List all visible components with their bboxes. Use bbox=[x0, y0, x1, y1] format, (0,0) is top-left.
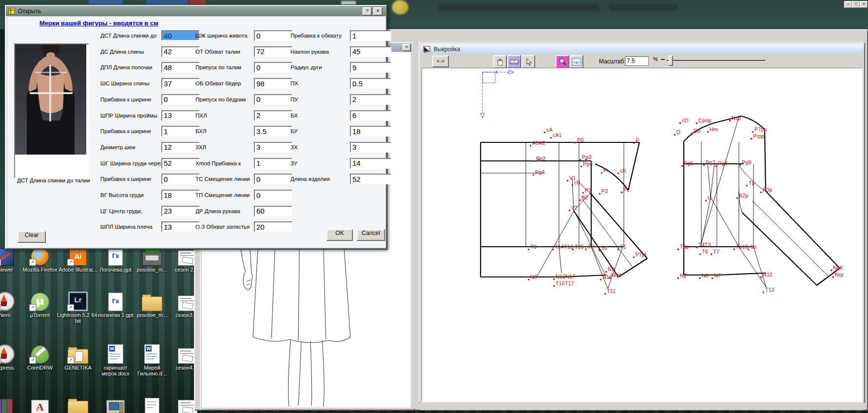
measure-input-c1-r8[interactable] bbox=[254, 158, 292, 169]
measure-input-c2-r4[interactable] bbox=[350, 94, 391, 105]
measure-input-c1-r1[interactable] bbox=[254, 46, 292, 57]
pattern-point bbox=[712, 277, 713, 279]
measure-input-c0-r7[interactable] bbox=[161, 142, 200, 153]
measure-input-c1-r0[interactable] bbox=[254, 30, 292, 41]
measure-input-c0-r6[interactable] bbox=[161, 126, 200, 137]
desktop-icon-autocad[interactable]: A bbox=[29, 396, 51, 413]
measure-input-c2-r7[interactable] bbox=[350, 142, 391, 153]
measure-input-c2-r8[interactable] bbox=[350, 158, 391, 169]
desktop-icon-genetika[interactable]: ➚ bbox=[67, 344, 89, 364]
desktop-icon-μtorrent[interactable]: μ➚ bbox=[29, 292, 51, 311]
measure-input-c0-r5[interactable] bbox=[161, 110, 200, 121]
pattern-label-T7: T7 bbox=[713, 249, 719, 255]
field-label: Диаметр шеи bbox=[100, 144, 135, 150]
desktop-icon-скриншот-мерок-docx[interactable]: W bbox=[105, 344, 126, 364]
measure-input-c1-r4[interactable] bbox=[254, 94, 292, 105]
measure-input-c2-r9[interactable] bbox=[350, 174, 391, 184]
measure-input-c2-r3[interactable] bbox=[350, 78, 391, 89]
background-window-title-blur bbox=[609, 4, 677, 11]
desktop-icon-notepad[interactable] bbox=[141, 396, 163, 413]
measure-input-c0-r12[interactable] bbox=[161, 221, 200, 232]
shortcut-arrow-icon: ➚ bbox=[67, 259, 74, 266]
measure-input-c1-r9[interactable] bbox=[254, 174, 292, 184]
measure-ruler-button[interactable]: 1 bbox=[507, 55, 521, 68]
measure-input-c1-r7[interactable] bbox=[254, 142, 292, 153]
field-label: ДСТ Длина спинки до bbox=[100, 33, 156, 39]
desktop-icon-lightroom-5-2-64-bit[interactable]: Lr➚ bbox=[67, 292, 89, 311]
scale-slider-track[interactable] bbox=[667, 60, 765, 61]
scale-input[interactable] bbox=[625, 56, 649, 66]
pattern-canvas[interactable]: cAcA1A0A2P0PPg2Pg3Pg4Pg4PrcKV1cBP1P3P2B2… bbox=[422, 68, 863, 402]
pattern-point bbox=[752, 131, 753, 133]
desktop-icon-posobie_m-[interactable] bbox=[141, 292, 163, 311]
measure-input-c1-r12[interactable] bbox=[254, 221, 292, 232]
desktop-icon-archive[interactable] bbox=[0, 396, 16, 413]
fit-width-button[interactable]: <-> bbox=[432, 56, 449, 67]
desktop-icon-nero[interactable]: ➚ bbox=[0, 292, 16, 311]
measure-input-c2-r1[interactable] bbox=[350, 46, 391, 57]
measure-input-c1-r10[interactable] bbox=[254, 190, 292, 200]
measure-input-c0-r8[interactable] bbox=[161, 158, 200, 169]
minimize-icon[interactable]: – bbox=[844, 1, 852, 8]
pattern-label-cK: cK bbox=[620, 168, 626, 174]
measure-input-c1-r5[interactable] bbox=[254, 110, 292, 121]
measure-input-c0-r9[interactable] bbox=[161, 174, 200, 184]
pattern-label-T9: T9 bbox=[588, 244, 594, 250]
cancel-button[interactable]: Cancel bbox=[357, 229, 385, 241]
close-icon[interactable]: × bbox=[373, 7, 383, 16]
measure-input-c0-r0[interactable] bbox=[161, 30, 200, 41]
pan-hand-button[interactable] bbox=[493, 55, 507, 68]
pattern-window-titlebar[interactable]: Выкройка bbox=[420, 44, 864, 55]
field-label: ШГ Ширина груди через bbox=[100, 160, 163, 166]
field-label: БХЛ bbox=[195, 128, 207, 134]
pattern-point bbox=[582, 192, 584, 194]
measure-input-c2-r0[interactable] bbox=[350, 30, 391, 41]
pattern-label-Nrp: Nrp bbox=[835, 272, 844, 277]
measure-input-c0-r2[interactable] bbox=[161, 62, 200, 73]
measure-input-c1-r6[interactable] bbox=[254, 126, 292, 137]
measure-input-c0-r3[interactable] bbox=[161, 78, 200, 89]
ok-button[interactable]: OK bbox=[327, 229, 353, 241]
measure-input-c2-r6[interactable] bbox=[350, 126, 391, 137]
field-label: ВГ Высота груди bbox=[100, 192, 144, 198]
desktop-icon-мирей-гильяно-d-[interactable]: W bbox=[141, 344, 163, 364]
measure-input-c1-r2[interactable] bbox=[254, 62, 292, 73]
pane-splitter[interactable] bbox=[414, 42, 419, 409]
maximize-icon[interactable]: □ bbox=[852, 1, 860, 8]
measure-input-c2-r2[interactable] bbox=[350, 62, 391, 73]
measure-input-c1-r3[interactable] bbox=[254, 78, 292, 89]
pattern-point bbox=[739, 164, 741, 166]
pattern-label-Pg7: Pg7 bbox=[706, 159, 715, 165]
zoom-preview-button[interactable] bbox=[556, 55, 569, 68]
pattern-point bbox=[598, 250, 600, 251]
help-icon[interactable]: ? bbox=[363, 7, 372, 16]
measure-input-c0-r10[interactable] bbox=[161, 190, 200, 200]
text-scale-button[interactable]: +a+ bbox=[570, 55, 583, 68]
shortcut-arrow-icon: ➚ bbox=[67, 304, 74, 311]
ruler-icon: 1 bbox=[510, 58, 519, 66]
dialog-titlebar[interactable]: Открыть ? × bbox=[6, 6, 386, 16]
desktop-icon-coreldrw[interactable]: ➚ bbox=[29, 344, 51, 364]
measure-input-c0-r1[interactable] bbox=[161, 46, 200, 57]
desktop-icon-логачева-1-gpt[interactable]: Гк bbox=[105, 292, 126, 311]
measure-input-c0-r4[interactable] bbox=[161, 94, 200, 105]
field-label: Прибавка к обхвату bbox=[290, 33, 342, 39]
measure-input-c1-r11[interactable] bbox=[254, 206, 292, 216]
pattern-label-Pg4: Pg4 bbox=[583, 161, 593, 167]
scale-slider-thumb[interactable] bbox=[669, 56, 673, 66]
desktop-icon-folder[interactable] bbox=[67, 396, 89, 413]
close-icon[interactable]: × bbox=[403, 44, 411, 51]
pattern-point bbox=[681, 165, 683, 167]
dialog-body: Мерки вашей фигуры - вводятся в см bbox=[7, 16, 386, 248]
pattern-label-P2: P2 bbox=[623, 187, 630, 193]
pattern-point bbox=[707, 131, 709, 133]
pattern-point-labels: cAcA1A0A2P0PPg2Pg3Pg4Pg4PrcKV1cBP1P3P2B2… bbox=[422, 68, 863, 402]
clear-button[interactable]: Clear bbox=[18, 231, 46, 243]
select-pointer-button[interactable] bbox=[521, 55, 535, 68]
desktop-icon-computer[interactable] bbox=[105, 396, 126, 413]
measure-input-c0-r11[interactable] bbox=[161, 206, 200, 216]
close-icon[interactable]: × bbox=[860, 1, 868, 8]
measure-input-c2-r5[interactable] bbox=[350, 110, 391, 121]
desktop-icon-express-[interactable]: ➚ bbox=[0, 344, 16, 364]
pattern-point bbox=[579, 159, 581, 160]
